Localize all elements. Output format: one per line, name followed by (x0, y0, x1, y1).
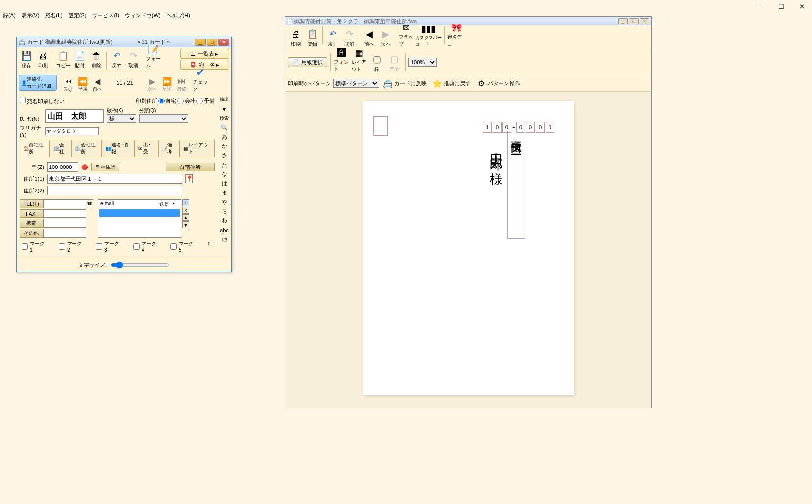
delete-button[interactable]: 🗑削除 (89, 48, 104, 70)
card-close-button[interactable]: ✕ (218, 39, 229, 46)
kana-input[interactable] (45, 127, 99, 135)
mark5-checkbox[interactable]: マーク5 (170, 240, 196, 253)
paste-button[interactable]: 📄貼付 (72, 48, 88, 70)
list-button[interactable]: ☰ 一覧表 ▸ (180, 49, 229, 59)
email-remove-button[interactable]: × (182, 207, 189, 214)
preview-prev-button[interactable]: ◀前へ (361, 26, 377, 48)
index-ra[interactable]: ら (218, 207, 230, 216)
tab-home-addr[interactable]: 🏠自宅住所 (20, 140, 50, 157)
nav-fastback-button[interactable]: ⏪早戻 (76, 73, 90, 93)
cancel-button[interactable]: ↷取消 (125, 48, 141, 70)
zoom-select[interactable]: 100% (408, 58, 437, 67)
preview-canvas[interactable]: 1 0 0 - 0 0 0 0 千代田区一－一 山田太郎 様 (285, 92, 651, 409)
preview-titlebar[interactable]: 📄 御調寺院付封筒：角２クラ 御調東組寺院住所.fwa _ □ ✕ (285, 17, 651, 25)
undo-button[interactable]: ↶戻す (109, 48, 124, 70)
name-input[interactable] (45, 109, 104, 123)
search-icon[interactable]: 🔍 (218, 123, 230, 132)
nav-fastfwd-button[interactable]: ⏩早送 (160, 73, 174, 93)
postal-convert-button[interactable]: 〒⇔住所 (91, 163, 119, 171)
preview-undo-button[interactable]: ↶戻す (325, 26, 340, 48)
mark-icon[interactable]: 🏷 (208, 240, 213, 253)
nav-next-button[interactable]: ▶次へ (145, 73, 159, 93)
no-print-checkbox[interactable]: 宛名印刷しない (20, 97, 65, 105)
index-ka[interactable]: か (218, 142, 230, 151)
extract-button[interactable]: 抽出 (218, 95, 230, 104)
preview-minimize-button[interactable]: _ (618, 18, 628, 24)
category-select[interactable] (139, 114, 188, 123)
filter-icon[interactable]: ▼ (218, 104, 230, 114)
email-down-button[interactable]: ▼ (182, 221, 189, 228)
addr1-input[interactable] (47, 174, 182, 184)
tab-company[interactable]: 🏢会社 (50, 140, 72, 157)
email-up-button[interactable]: ▲ (182, 214, 189, 221)
menu-record[interactable]: 録(A) (1, 11, 18, 21)
index-ha[interactable]: は (218, 179, 230, 188)
envelope-preview[interactable]: 1 0 0 - 0 0 0 0 千代田区一－一 山田太郎 様 (363, 101, 574, 395)
copy-button[interactable]: 📋コピー (55, 48, 71, 70)
paper-select-button[interactable]: 📄用紙選択 (288, 57, 327, 67)
mobile-input[interactable] (43, 219, 86, 228)
sender-button[interactable]: ▢差出 (386, 51, 402, 73)
tel-input[interactable] (43, 199, 86, 208)
preview-close-button[interactable]: ✕ (640, 18, 649, 24)
fax-input[interactable] (43, 209, 86, 218)
mark2-checkbox[interactable]: マーク2 (59, 240, 84, 253)
card-titlebar[interactable]: 📇 カード 御調東組寺院住所.fwa(更新) « 21 カード » _ □ ✕ (17, 37, 231, 47)
preview-print-button[interactable]: 🖨印刷 (288, 26, 304, 48)
tab-company-addr[interactable]: 🏢会社住所 (72, 140, 102, 157)
mark4-checkbox[interactable]: マーク4 (133, 240, 159, 253)
index-abc[interactable]: abc (218, 225, 230, 235)
map-pin-icon[interactable]: 📍 (185, 174, 193, 183)
tab-sent-recv[interactable]: ✉出･受 (135, 140, 158, 157)
form-button[interactable]: 📝フォーム (145, 48, 161, 70)
search-button[interactable]: 検索 (218, 114, 230, 123)
index-na[interactable]: な (218, 169, 230, 179)
sender-postal-box[interactable] (373, 116, 388, 136)
postal-lookup-icon[interactable]: 🔴 (81, 164, 88, 170)
index-ma[interactable]: ま (218, 188, 230, 197)
recipient-address-vertical[interactable]: 千代田区一－一 (507, 131, 525, 239)
tab-layout[interactable]: ▦レイアウト (180, 140, 215, 157)
menu-settings[interactable]: 設定(S) (67, 11, 89, 21)
menu-atena[interactable]: 宛名(L) (43, 11, 64, 21)
layout-button[interactable]: ▦レイアウト (351, 51, 367, 73)
nav-prev-button[interactable]: ◀前へ (91, 73, 104, 93)
index-ya[interactable]: や (218, 197, 230, 207)
index-ta[interactable]: た (218, 160, 230, 169)
menu-service[interactable]: サービス(I) (90, 11, 120, 21)
index-sa[interactable]: さ (218, 151, 230, 160)
pattern-select[interactable]: 標準パターン (333, 79, 379, 88)
home-address-button[interactable]: 自宅住所 (166, 163, 215, 171)
contact-add-button[interactable]: 👤連絡先 カード追加 (19, 75, 57, 91)
preview-next-button[interactable]: ▶次へ (378, 26, 394, 48)
save-button[interactable]: 💾保存 (19, 48, 34, 70)
other-input[interactable] (43, 229, 86, 238)
nav-last-button[interactable]: ⏭最終 (175, 73, 189, 93)
radio-spare[interactable]: 予備 (196, 97, 215, 105)
pattern-op-button[interactable]: ⚙パターン操作 (475, 77, 522, 89)
close-button[interactable]: ✕ (791, 0, 812, 12)
mark1-checkbox[interactable]: マーク1 (22, 240, 47, 253)
font-size-slider[interactable] (111, 261, 169, 269)
phone-icon[interactable]: ☎ (86, 199, 93, 208)
email-add-button[interactable]: + (182, 199, 189, 206)
check-button[interactable]: ✔チェック (193, 73, 208, 93)
radio-company[interactable]: 会社 (177, 97, 195, 105)
preview-cancel-button[interactable]: ↷取消 (341, 26, 357, 48)
preview-maximize-button[interactable]: □ (629, 18, 639, 24)
print-button[interactable]: 🖨印刷 (35, 48, 51, 70)
menu-window[interactable]: ウィンドウ(W) (123, 11, 163, 21)
radio-home[interactable]: 自宅 (158, 97, 176, 105)
card-maximize-button[interactable]: □ (207, 39, 217, 46)
reflect-button[interactable]: 📇カードに反映 (381, 77, 429, 89)
font-button[interactable]: 🅰フォント (334, 51, 349, 73)
frame-button[interactable]: ▢枠 (369, 51, 384, 73)
card-minimize-button[interactable]: _ (195, 39, 206, 46)
nav-first-button[interactable]: ⏮先頭 (61, 73, 75, 93)
index-wa[interactable]: わ (218, 216, 230, 225)
mark3-checkbox[interactable]: マーク3 (96, 240, 121, 253)
email-row-selected[interactable] (99, 209, 180, 217)
minimize-button[interactable]: — (750, 0, 771, 12)
menu-view[interactable]: 表示(V) (20, 11, 42, 21)
recommend-button[interactable]: ⭐推奨に戻す (430, 77, 473, 89)
